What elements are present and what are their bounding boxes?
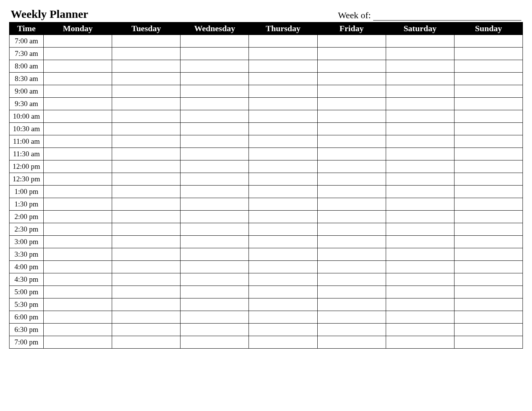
entry-cell[interactable]: [180, 173, 249, 186]
entry-cell[interactable]: [454, 186, 522, 198]
entry-cell[interactable]: [249, 211, 317, 223]
entry-cell[interactable]: [180, 123, 249, 135]
entry-cell[interactable]: [454, 73, 522, 85]
entry-cell[interactable]: [249, 198, 317, 211]
entry-cell[interactable]: [44, 261, 112, 273]
entry-cell[interactable]: [180, 273, 249, 286]
entry-cell[interactable]: [180, 286, 249, 298]
entry-cell[interactable]: [386, 261, 454, 273]
entry-cell[interactable]: [249, 73, 317, 85]
entry-cell[interactable]: [317, 160, 386, 173]
entry-cell[interactable]: [112, 85, 180, 98]
entry-cell[interactable]: [386, 311, 454, 324]
entry-cell[interactable]: [454, 223, 522, 236]
entry-cell[interactable]: [317, 35, 386, 48]
entry-cell[interactable]: [180, 311, 249, 324]
entry-cell[interactable]: [317, 48, 386, 60]
entry-cell[interactable]: [112, 98, 180, 110]
entry-cell[interactable]: [317, 336, 386, 349]
entry-cell[interactable]: [317, 148, 386, 160]
entry-cell[interactable]: [386, 211, 454, 223]
entry-cell[interactable]: [317, 98, 386, 110]
entry-cell[interactable]: [386, 60, 454, 73]
entry-cell[interactable]: [386, 48, 454, 60]
entry-cell[interactable]: [44, 110, 112, 123]
entry-cell[interactable]: [44, 198, 112, 211]
entry-cell[interactable]: [317, 298, 386, 311]
entry-cell[interactable]: [454, 123, 522, 135]
entry-cell[interactable]: [249, 273, 317, 286]
entry-cell[interactable]: [386, 148, 454, 160]
entry-cell[interactable]: [249, 311, 317, 324]
entry-cell[interactable]: [317, 85, 386, 98]
entry-cell[interactable]: [249, 173, 317, 186]
entry-cell[interactable]: [112, 73, 180, 85]
entry-cell[interactable]: [249, 48, 317, 60]
entry-cell[interactable]: [317, 273, 386, 286]
entry-cell[interactable]: [112, 123, 180, 135]
entry-cell[interactable]: [112, 286, 180, 298]
entry-cell[interactable]: [112, 311, 180, 324]
entry-cell[interactable]: [317, 286, 386, 298]
entry-cell[interactable]: [454, 236, 522, 248]
entry-cell[interactable]: [386, 298, 454, 311]
entry-cell[interactable]: [454, 173, 522, 186]
entry-cell[interactable]: [454, 311, 522, 324]
entry-cell[interactable]: [454, 98, 522, 110]
entry-cell[interactable]: [44, 186, 112, 198]
entry-cell[interactable]: [112, 261, 180, 273]
entry-cell[interactable]: [249, 148, 317, 160]
entry-cell[interactable]: [249, 223, 317, 236]
entry-cell[interactable]: [249, 248, 317, 261]
entry-cell[interactable]: [44, 48, 112, 60]
entry-cell[interactable]: [112, 35, 180, 48]
entry-cell[interactable]: [249, 135, 317, 148]
entry-cell[interactable]: [44, 286, 112, 298]
entry-cell[interactable]: [180, 324, 249, 336]
entry-cell[interactable]: [180, 211, 249, 223]
entry-cell[interactable]: [317, 73, 386, 85]
entry-cell[interactable]: [112, 198, 180, 211]
entry-cell[interactable]: [112, 173, 180, 186]
entry-cell[interactable]: [112, 211, 180, 223]
entry-cell[interactable]: [112, 148, 180, 160]
entry-cell[interactable]: [44, 98, 112, 110]
entry-cell[interactable]: [386, 110, 454, 123]
entry-cell[interactable]: [112, 135, 180, 148]
entry-cell[interactable]: [454, 336, 522, 349]
entry-cell[interactable]: [180, 160, 249, 173]
entry-cell[interactable]: [386, 35, 454, 48]
entry-cell[interactable]: [317, 173, 386, 186]
entry-cell[interactable]: [112, 336, 180, 349]
entry-cell[interactable]: [180, 135, 249, 148]
entry-cell[interactable]: [112, 273, 180, 286]
entry-cell[interactable]: [112, 110, 180, 123]
entry-cell[interactable]: [112, 236, 180, 248]
entry-cell[interactable]: [317, 248, 386, 261]
entry-cell[interactable]: [180, 148, 249, 160]
entry-cell[interactable]: [249, 236, 317, 248]
entry-cell[interactable]: [180, 223, 249, 236]
entry-cell[interactable]: [249, 35, 317, 48]
entry-cell[interactable]: [386, 173, 454, 186]
entry-cell[interactable]: [180, 248, 249, 261]
entry-cell[interactable]: [44, 248, 112, 261]
entry-cell[interactable]: [386, 336, 454, 349]
entry-cell[interactable]: [454, 35, 522, 48]
entry-cell[interactable]: [180, 98, 249, 110]
entry-cell[interactable]: [454, 261, 522, 273]
entry-cell[interactable]: [44, 336, 112, 349]
entry-cell[interactable]: [180, 186, 249, 198]
entry-cell[interactable]: [112, 298, 180, 311]
entry-cell[interactable]: [44, 298, 112, 311]
entry-cell[interactable]: [386, 286, 454, 298]
entry-cell[interactable]: [454, 135, 522, 148]
entry-cell[interactable]: [317, 135, 386, 148]
entry-cell[interactable]: [386, 198, 454, 211]
entry-cell[interactable]: [112, 186, 180, 198]
entry-cell[interactable]: [112, 324, 180, 336]
entry-cell[interactable]: [454, 273, 522, 286]
entry-cell[interactable]: [44, 35, 112, 48]
entry-cell[interactable]: [386, 160, 454, 173]
entry-cell[interactable]: [180, 110, 249, 123]
